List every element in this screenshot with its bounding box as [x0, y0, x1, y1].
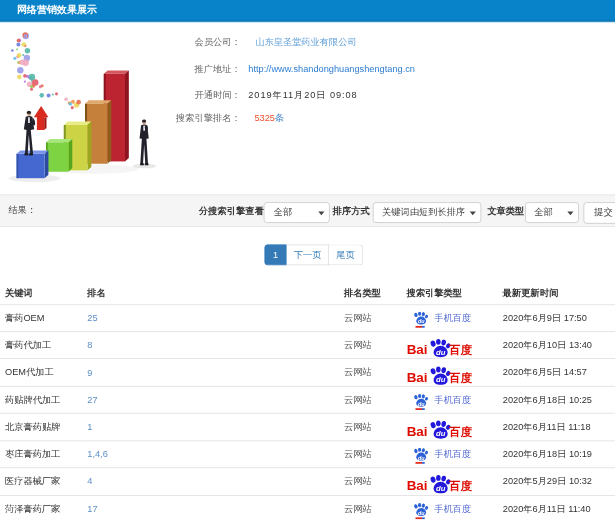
- svg-text:du: du: [436, 430, 446, 439]
- svg-text:du: du: [418, 319, 425, 325]
- svg-text:du: du: [418, 455, 425, 461]
- svg-text:du: du: [418, 400, 425, 406]
- svg-text:Bai: Bai: [407, 424, 428, 439]
- svg-text:Bai: Bai: [407, 343, 428, 358]
- svg-text:百度: 百度: [448, 371, 473, 384]
- svg-text:du: du: [436, 348, 446, 357]
- svg-text:Bai: Bai: [407, 479, 428, 494]
- svg-text:du: du: [436, 375, 446, 384]
- svg-text:Bai: Bai: [407, 370, 428, 385]
- svg-text:du: du: [418, 510, 425, 516]
- svg-text:百度: 百度: [448, 480, 473, 493]
- svg-text:du: du: [436, 484, 446, 493]
- svg-text:百度: 百度: [448, 344, 473, 357]
- svg-text:百度: 百度: [448, 425, 473, 438]
